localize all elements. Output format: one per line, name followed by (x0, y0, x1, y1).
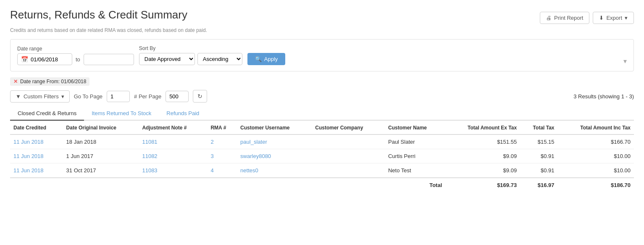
cell-name-2: Curtis Perri (385, 149, 445, 163)
export-button[interactable]: ⬇ Export ▾ (593, 12, 634, 24)
sort-order-select[interactable]: Ascending Descending (197, 53, 242, 65)
cell-username-3: nettes0 (237, 163, 312, 178)
goto-label: Go To Page (74, 93, 103, 100)
cell-company-1 (312, 134, 385, 149)
date-to-input[interactable] (84, 54, 134, 65)
date-range-group: Date range 📅 to (17, 46, 134, 65)
cell-inc-tax-2: $10.00 (558, 149, 634, 163)
rma-link-3[interactable]: 4 (210, 167, 213, 174)
goto-input[interactable] (107, 91, 130, 102)
cell-date-credited-1: 11 Jun 2018 (10, 134, 63, 149)
col-customer-name: Customer Name (385, 121, 445, 134)
date-link-2[interactable]: 11 Jun 2018 (13, 153, 44, 159)
cell-ex-tax-2: $9.09 (445, 149, 520, 163)
sort-by-label: Sort By (139, 45, 242, 51)
sort-by-select[interactable]: Date Approved Date Created Customer Name (139, 53, 195, 65)
table-header: Date Credited Date Original Invoice Adju… (10, 121, 634, 134)
refresh-button[interactable]: ↻ (193, 90, 207, 103)
download-icon: ⬇ (599, 15, 604, 21)
col-date-credited: Date Credited (10, 121, 63, 134)
cell-ex-tax-1: $151.55 (445, 134, 520, 149)
cell-company-2 (312, 149, 385, 163)
filter-tag-text: Date range From: 01/06/2018 (20, 79, 86, 84)
col-total-tax: Total Tax (520, 121, 557, 134)
chevron-down-icon: ▾ (625, 15, 628, 21)
cell-adjustment-3: 11083 (139, 163, 207, 178)
cell-date-invoice-2: 1 Jun 2017 (63, 149, 139, 163)
cell-date-credited-3: 11 Jun 2018 (10, 163, 63, 178)
toolbar: ▼ Custom Filters ▾ Go To Page # Per Page… (10, 90, 634, 103)
date-range-label: Date range (17, 46, 134, 52)
cell-rma-3: 4 (207, 163, 237, 178)
col-date-original-invoice: Date Original Invoice (63, 121, 139, 134)
date-from-input[interactable] (31, 56, 68, 63)
rma-link-1[interactable]: 2 (210, 139, 213, 145)
col-total-ex-tax: Total Amount Ex Tax (445, 121, 520, 134)
table-row: 11 Jun 2018 1 Jun 2017 11082 3 swarley80… (10, 149, 634, 163)
print-report-button[interactable]: 🖨 Print Report (540, 12, 589, 24)
apply-button[interactable]: 🔍 Apply (247, 53, 286, 65)
cell-inc-tax-1: $166.70 (558, 134, 634, 149)
chevron-down-icon-cf: ▾ (61, 93, 64, 100)
username-link-1[interactable]: paul_slater (240, 139, 267, 145)
adjustment-link-1[interactable]: 11081 (142, 139, 157, 145)
page-title: Returns, Refunds & Credit Summary (10, 8, 187, 21)
col-adjustment-note: Adjustment Note # (139, 121, 207, 134)
remove-filter-button[interactable]: ✕ (13, 79, 18, 84)
total-tax: $16.97 (520, 178, 557, 192)
tabs-bar: Closed Credit & Returns Items Returned T… (10, 107, 634, 121)
cell-username-2: swarley8080 (237, 149, 312, 163)
per-page-label: # Per Page (134, 93, 161, 100)
active-filters: ✕ Date range From: 01/06/2018 (10, 77, 634, 86)
filter-row: Date range 📅 to Sort By Date Approved Da… (17, 45, 627, 65)
total-label: Total (10, 178, 445, 192)
table-header-row: Date Credited Date Original Invoice Adju… (10, 121, 634, 134)
cell-tax-1: $15.15 (520, 134, 557, 149)
cell-name-1: Paul Slater (385, 134, 445, 149)
collapse-icon[interactable]: ▾ (623, 57, 627, 65)
cell-adjustment-2: 11082 (139, 149, 207, 163)
page-header: Returns, Refunds & Credit Summary 🖨 Prin… (10, 8, 634, 24)
refresh-icon: ↻ (197, 93, 202, 100)
date-from-wrapper: 📅 (17, 53, 72, 65)
cell-tax-2: $0.91 (520, 149, 557, 163)
cell-username-1: paul_slater (237, 134, 312, 149)
per-page-input[interactable] (166, 91, 189, 102)
tab-items-returned-to-stock[interactable]: Items Returned To Stock (84, 107, 159, 121)
col-customer-company: Customer Company (312, 121, 385, 134)
cell-date-invoice-3: 31 Oct 2017 (63, 163, 139, 178)
cell-tax-3: $0.91 (520, 163, 557, 178)
col-customer-username: Customer Username (237, 121, 312, 134)
date-link-3[interactable]: 11 Jun 2018 (13, 167, 44, 174)
username-link-2[interactable]: swarley8080 (240, 153, 271, 159)
total-ex-tax: $169.73 (445, 178, 520, 192)
sort-by-group: Sort By Date Approved Date Created Custo… (139, 45, 242, 65)
tab-refunds-paid[interactable]: Refunds Paid (159, 107, 207, 121)
adjustment-link-3[interactable]: 11083 (142, 167, 157, 174)
rma-link-2[interactable]: 3 (210, 153, 213, 159)
results-count: 3 Results (showing 1 - 3) (573, 93, 634, 100)
cell-date-invoice-1: 18 Jan 2018 (63, 134, 139, 149)
filter-panel: Date range 📅 to Sort By Date Approved Da… (10, 39, 634, 71)
custom-filters-button[interactable]: ▼ Custom Filters ▾ (10, 90, 70, 103)
header-actions: 🖨 Print Report ⬇ Export ▾ (540, 12, 634, 24)
cell-ex-tax-3: $9.09 (445, 163, 520, 178)
date-link-1[interactable]: 11 Jun 2018 (13, 139, 44, 145)
data-table: Date Credited Date Original Invoice Adju… (10, 121, 634, 192)
calendar-icon: 📅 (21, 56, 28, 63)
table-total-row: Total $169.73 $16.97 $186.70 (10, 178, 634, 192)
cell-company-3 (312, 163, 385, 178)
search-icon: 🔍 (255, 56, 262, 62)
cell-date-credited-2: 11 Jun 2018 (10, 149, 63, 163)
to-label: to (76, 56, 80, 63)
username-link-3[interactable]: nettes0 (240, 167, 258, 174)
col-rma: RMA # (207, 121, 237, 134)
page-note: Credits and returns based on date relate… (10, 27, 634, 33)
table-row: 11 Jun 2018 18 Jan 2018 11081 2 paul_sla… (10, 134, 634, 149)
tab-closed-credit-returns[interactable]: Closed Credit & Returns (10, 107, 84, 121)
funnel-icon: ▼ (16, 93, 21, 100)
table-body: 11 Jun 2018 18 Jan 2018 11081 2 paul_sla… (10, 134, 634, 192)
printer-icon: 🖨 (546, 15, 552, 21)
cell-name-3: Neto Test (385, 163, 445, 178)
adjustment-link-2[interactable]: 11082 (142, 153, 157, 159)
